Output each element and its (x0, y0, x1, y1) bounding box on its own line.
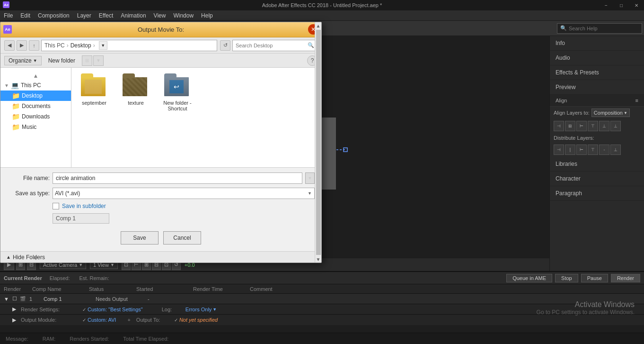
folder-tree: ▲ ▼ 💻 This PC 📁 Desktop 📁 Documents (0, 68, 71, 167)
savetype-select[interactable]: AVI (*.avi) QuickTime (*.mov) MPEG4 (*.m… (53, 188, 315, 199)
pause-button[interactable]: Pause (581, 274, 608, 282)
cancel-button[interactable]: Cancel (163, 231, 201, 244)
est-remain-stat: Est. Remain: (79, 275, 111, 281)
dist-center-v[interactable]: - (599, 145, 609, 155)
rq-output-module-row: ▶ Output Module: ✓ Custom: AVI + Output … (0, 315, 644, 325)
panel-character[interactable]: Character (550, 172, 644, 186)
tree-item-desktop[interactable]: 📁 Desktop (0, 91, 71, 101)
rq-checkbox[interactable]: ☐ (12, 296, 20, 302)
rq-buttons: Queue in AME Stop Pause Render (506, 274, 640, 282)
panel-effects-presets[interactable]: Effects & Presets (550, 65, 644, 80)
dialog-navbar: ◀ ▶ ↑ This PC › Desktop › ▼ ↺ 🔍 (0, 37, 321, 54)
view-btn-1[interactable]: ⊞ (82, 55, 92, 66)
nav-refresh-button[interactable]: ↺ (220, 40, 230, 51)
dist-left[interactable]: ⊣ (554, 145, 564, 155)
minimize-button[interactable]: − (599, 0, 614, 10)
file-item-september[interactable]: september (75, 72, 113, 111)
this-pc-breadcrumb[interactable]: This PC (44, 42, 65, 49)
search-desktop-area[interactable]: 🔍 (232, 40, 318, 51)
view-btn-dropdown[interactable]: ▼ (93, 55, 104, 66)
menu-effect[interactable]: Effect (95, 10, 117, 20)
search-box[interactable]: 🔍 (557, 23, 642, 34)
align-center-v[interactable]: ⊥ (599, 121, 609, 131)
title-bar: Ae Adobe After Effects CC 2018 - Untitle… (0, 0, 644, 10)
search-input[interactable] (569, 26, 639, 31)
nav-forward-button[interactable]: ▶ (17, 40, 27, 51)
nav-up-button[interactable]: ↑ (29, 40, 39, 51)
panel-info[interactable]: Info (550, 36, 644, 51)
new-folder-button[interactable]: New folder (45, 56, 78, 65)
breadcrumb-expand[interactable]: ▼ (99, 41, 107, 50)
tree-scroll-up[interactable]: ▲ (0, 72, 71, 80)
filename-label: File name: (7, 175, 50, 181)
menu-view[interactable]: View (150, 10, 170, 20)
align-left[interactable]: ⊣ (554, 121, 564, 131)
render-button[interactable]: Render (611, 274, 640, 282)
desktop-breadcrumb[interactable]: Desktop (71, 42, 91, 49)
om-expand[interactable]: ▶ (12, 317, 21, 323)
menu-help[interactable]: Help (197, 10, 217, 20)
distribute-buttons-row: ⊣ | ⊢ ⊤ - ⊥ (550, 143, 644, 157)
file-item-texture[interactable]: texture (117, 72, 155, 111)
folder-icon-shortcut: ↩ (164, 72, 191, 98)
close-button[interactable]: ✕ (629, 0, 644, 10)
menu-layer[interactable]: Layer (73, 10, 95, 20)
rs-expand[interactable]: ▶ (12, 306, 21, 312)
rq-expand-arrow[interactable]: ▼ (4, 296, 12, 302)
dialog-buttons: Save Cancel (7, 227, 315, 246)
nav-back-button[interactable]: ◀ (4, 40, 15, 51)
subfolder-label[interactable]: Save in subfolder (62, 203, 106, 209)
menu-animation[interactable]: Animation (117, 10, 150, 20)
stop-button[interactable]: Stop (555, 274, 578, 282)
maximize-button[interactable]: □ (614, 0, 629, 10)
scroll-thumb[interactable] (316, 68, 321, 167)
output-to-value[interactable]: ✓ Not yet specified (174, 317, 218, 323)
tree-item-documents[interactable]: 📁 Documents (0, 101, 71, 111)
menu-window[interactable]: Window (169, 10, 197, 20)
dialog-form: File name: ▼ Save as type: AVI (*.avi) Q… (0, 167, 321, 251)
total-elapsed-status: Total Time Elapsed: (123, 336, 171, 342)
subfolder-checkbox[interactable] (53, 203, 59, 209)
folder-icon-texture (123, 72, 149, 98)
om-value[interactable]: ✓ Custom: AVI (82, 317, 116, 323)
organize-button[interactable]: Organize ▼ (4, 56, 42, 65)
filename-dropdown-btn[interactable]: ▼ (305, 172, 315, 184)
dist-center-h[interactable]: | (565, 145, 575, 155)
dialog-toolbar: Organize ▼ New folder ⊞ ▼ ? (0, 54, 321, 68)
align-right[interactable]: ⊢ (576, 121, 587, 131)
menu-composition[interactable]: Composition (34, 10, 73, 20)
tree-item-this-pc[interactable]: ▼ 💻 This PC (0, 80, 71, 91)
search-desktop-input[interactable] (236, 43, 308, 48)
queue-ame-button[interactable]: Queue in AME (506, 274, 552, 282)
menu-edit[interactable]: Edit (17, 10, 34, 20)
breadcrumb[interactable]: This PC › Desktop › ▼ (41, 40, 217, 51)
dist-right[interactable]: ⊢ (576, 145, 587, 155)
dist-top[interactable]: ⊤ (588, 145, 598, 155)
rq-status: Needs Output (96, 296, 148, 302)
align-top[interactable]: ⊤ (588, 121, 598, 131)
panel-paragraph[interactable]: Paragraph (550, 186, 644, 201)
search-desktop-icon: 🔍 (308, 42, 314, 48)
dialog-title: Output Movie To: (138, 26, 184, 33)
file-scrollbar[interactable]: ▲ ▼ (315, 68, 321, 167)
align-menu-icon[interactable]: ≡ (635, 98, 638, 103)
align-center-h[interactable]: ⊞ (565, 121, 575, 131)
panel-audio[interactable]: Audio (550, 51, 644, 65)
filename-input[interactable] (53, 172, 302, 184)
align-bottom[interactable]: ⊥ (610, 121, 621, 131)
rs-value[interactable]: ✓ Custom: "Best Settings" (82, 307, 143, 312)
savetype-row: Save as type: AVI (*.avi) QuickTime (*.m… (7, 188, 315, 199)
dist-bottom[interactable]: ⊥ (610, 145, 621, 155)
panel-libraries[interactable]: Libraries (550, 157, 644, 172)
panel-preview[interactable]: Preview (550, 80, 644, 95)
log-dropdown[interactable]: Errors Only ▼ (185, 307, 217, 312)
comp-name-input[interactable] (53, 213, 109, 224)
save-button[interactable]: Save (121, 231, 159, 244)
file-item-new-folder-shortcut[interactable]: ↩ New folder - Shortcut (159, 72, 196, 111)
current-render-label: Current Render (4, 275, 42, 281)
tree-item-downloads[interactable]: 📁 Downloads (0, 111, 71, 122)
tree-item-music[interactable]: 📁 Music (0, 122, 71, 132)
menu-file[interactable]: File (0, 10, 17, 20)
align-to-dropdown[interactable]: Composition ▼ (591, 109, 630, 117)
rq-columns: Render Comp Name Status Started Render T… (0, 284, 644, 294)
